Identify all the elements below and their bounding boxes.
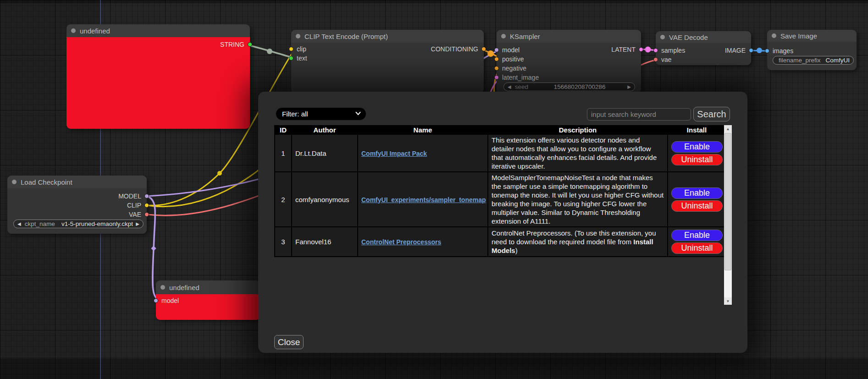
extension-link[interactable]: ControlNet Preprocessors bbox=[361, 238, 441, 246]
extension-link[interactable]: ComfyUI_experiments/sampler_tonemap bbox=[361, 196, 486, 203]
uninstall-button[interactable]: Uninstall bbox=[671, 242, 723, 254]
input-pin-images[interactable] bbox=[765, 49, 769, 53]
node-title-bar[interactable]: KSampler bbox=[497, 30, 641, 43]
input-pin-vae[interactable] bbox=[653, 57, 658, 62]
output-label: VAE bbox=[129, 211, 141, 218]
header-name: Name bbox=[358, 126, 487, 134]
input-pin-text[interactable] bbox=[289, 56, 293, 60]
node-title-bar[interactable]: undefined bbox=[156, 280, 260, 294]
output-label: IMAGE bbox=[725, 47, 746, 54]
enable-button[interactable]: Enable bbox=[671, 230, 723, 241]
collapse-dot-icon[interactable] bbox=[12, 180, 17, 184]
enable-button[interactable]: Enable bbox=[671, 141, 723, 153]
extensions-table: ID Author Name Description Install 1Dr.L… bbox=[274, 125, 726, 257]
node-canvas[interactable]: undefined STRING CLIP Text Encode (Promp… bbox=[0, 0, 868, 379]
ckpt-name-widget[interactable]: ◀ ckpt_name v1-5-pruned-emaonly.ckpt ▶ bbox=[13, 220, 144, 228]
decrement-arrow-icon[interactable]: ◀ bbox=[508, 85, 511, 89]
search-input[interactable] bbox=[587, 108, 691, 121]
reroute-dot-conditioning[interactable] bbox=[487, 50, 494, 57]
node-undefined-bottom[interactable]: undefined model bbox=[156, 280, 260, 320]
output-pin-image[interactable] bbox=[749, 48, 753, 53]
cell-name: ComfyUI Impact Pack bbox=[358, 135, 487, 171]
reroute-dot-string[interactable] bbox=[267, 49, 272, 54]
header-install: Install bbox=[668, 126, 725, 134]
node-clip-text-encode[interactable]: CLIP Text Encode (Prompt) clip text COND… bbox=[291, 30, 484, 93]
extensions-table-body: 1Dr.Lt.DataComfyUI Impact PackThis exten… bbox=[275, 135, 725, 256]
node-title-bar[interactable]: Load Checkpoint bbox=[7, 176, 147, 188]
enable-button[interactable]: Enable bbox=[671, 187, 723, 199]
extension-link[interactable]: ComfyUI Impact Pack bbox=[361, 150, 427, 157]
node-title-bar[interactable]: VAE Decode bbox=[656, 31, 751, 43]
node-title-label: CLIP Text Encode (Prompt) bbox=[304, 33, 388, 40]
input-pin-model[interactable] bbox=[154, 298, 158, 303]
node-body: model positive negative latent_image LAT… bbox=[497, 43, 641, 93]
input-pin-positive[interactable] bbox=[494, 57, 499, 61]
collapse-dot-icon[interactable] bbox=[160, 285, 165, 290]
scrollbar[interactable]: ▲ ▼ bbox=[724, 125, 732, 305]
node-title-bar[interactable]: Save Image bbox=[767, 30, 857, 42]
node-load-checkpoint[interactable]: Load Checkpoint MODEL CLIP VAE ◀ ckpt_na… bbox=[7, 176, 147, 234]
node-ksampler[interactable]: KSampler model positive negative latent_… bbox=[497, 30, 641, 93]
reroute-dot-clip[interactable] bbox=[217, 171, 222, 176]
node-save-image[interactable]: Save Image images filename_prefix ComfyU… bbox=[767, 30, 857, 70]
reroute-dot-image[interactable] bbox=[757, 48, 762, 53]
input-label: text bbox=[297, 55, 307, 62]
collapse-dot-icon[interactable] bbox=[660, 35, 665, 39]
output-label: STRING bbox=[220, 41, 244, 48]
node-body: images filename_prefix ComfyUI bbox=[767, 42, 857, 70]
input-pin-model[interactable] bbox=[494, 48, 499, 52]
link-midpoint-diamond[interactable] bbox=[151, 246, 156, 251]
node-title-bar[interactable]: CLIP Text Encode (Prompt) bbox=[291, 30, 484, 43]
cell-name: ComfyUI_experiments/sampler_tonemap bbox=[358, 172, 487, 226]
cell-id: 3 bbox=[275, 227, 291, 256]
output-pin-latent[interactable] bbox=[639, 47, 643, 52]
scrollbar-down-icon[interactable]: ▼ bbox=[724, 297, 732, 305]
cell-description: ModelSamplerTonemapNoiseTest a node that… bbox=[488, 172, 667, 226]
input-pin-clip[interactable] bbox=[289, 47, 293, 51]
input-pin-samples[interactable] bbox=[653, 48, 658, 53]
output-pin-vae[interactable] bbox=[144, 212, 149, 217]
increment-arrow-icon[interactable]: ▶ bbox=[627, 85, 631, 89]
reroute-dot-latent[interactable] bbox=[645, 47, 651, 53]
uninstall-button[interactable]: Uninstall bbox=[671, 200, 723, 212]
header-description: Description bbox=[488, 126, 667, 134]
search-button[interactable]: Search bbox=[693, 107, 730, 121]
input-pin-latent-image[interactable] bbox=[494, 75, 499, 80]
widget-label: ckpt_name bbox=[25, 220, 55, 227]
uninstall-button[interactable]: Uninstall bbox=[671, 154, 723, 165]
close-button[interactable]: Close bbox=[274, 335, 304, 349]
scrollbar-up-icon[interactable]: ▲ bbox=[724, 125, 732, 132]
collapse-dot-icon[interactable] bbox=[296, 34, 300, 38]
cell-author: comfyanonymous bbox=[292, 172, 357, 226]
seed-widget[interactable]: ◀ seed 156680208700286 ▶ bbox=[503, 82, 635, 91]
cell-install: EnableUninstall bbox=[668, 227, 725, 256]
cell-install: EnableUninstall bbox=[668, 172, 725, 226]
collapse-dot-icon[interactable] bbox=[501, 34, 506, 38]
scrollbar-thumb[interactable] bbox=[724, 133, 731, 270]
input-label: positive bbox=[502, 55, 524, 63]
node-undefined-top[interactable]: undefined STRING bbox=[66, 24, 250, 129]
table-header-row: ID Author Name Description Install bbox=[275, 126, 725, 134]
output-pin-model[interactable] bbox=[144, 194, 149, 198]
input-pin-negative[interactable] bbox=[494, 66, 499, 71]
node-title-label: KSampler bbox=[510, 33, 540, 40]
table-row: 2comfyanonymousComfyUI_experiments/sampl… bbox=[275, 172, 725, 226]
node-title-label: undefined bbox=[169, 284, 199, 291]
filter-select[interactable]: Filter: all bbox=[276, 108, 366, 120]
prev-arrow-icon[interactable]: ◀ bbox=[17, 222, 21, 226]
widget-value: ComfyUI bbox=[824, 57, 850, 64]
node-title-bar[interactable]: undefined bbox=[66, 24, 250, 37]
output-label: CONDITIONING bbox=[431, 45, 478, 53]
output-pin-conditioning[interactable] bbox=[481, 47, 486, 51]
output-pin-string[interactable] bbox=[248, 42, 252, 47]
node-title-label: Load Checkpoint bbox=[21, 178, 72, 186]
collapse-dot-icon[interactable] bbox=[71, 28, 76, 33]
output-pin-clip[interactable] bbox=[144, 203, 149, 208]
filename-prefix-widget[interactable]: filename_prefix ComfyUI bbox=[773, 56, 854, 65]
collapse-dot-icon[interactable] bbox=[772, 33, 776, 38]
input-label: clip bbox=[297, 45, 306, 53]
node-body: samples vae IMAGE bbox=[656, 43, 751, 65]
next-arrow-icon[interactable]: ▶ bbox=[136, 222, 139, 226]
node-vae-decode[interactable]: VAE Decode samples vae IMAGE bbox=[656, 31, 751, 65]
node-title-label: VAE Decode bbox=[669, 33, 708, 41]
